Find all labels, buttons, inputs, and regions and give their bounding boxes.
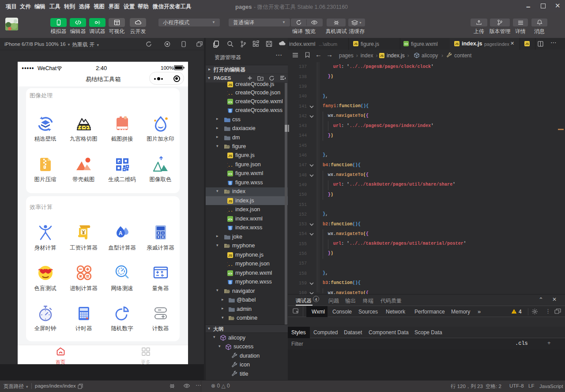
svg-text:<>: <> [404,42,408,45]
svg-text:JS: JS [228,154,232,158]
svg-text:!: ! [513,310,514,314]
svg-text:JS: JS [228,199,232,203]
svg-text:<>: <> [228,100,233,104]
svg-text:{..}: {..} [227,163,234,168]
svg-text:JS: JS [228,254,232,258]
svg-text:{..}: {..} [227,262,234,267]
svg-text:JS: JS [380,54,384,57]
svg-text:<>: <> [228,271,233,275]
svg-text:<>: <> [228,217,233,221]
svg-text:{..}: {..} [227,91,234,96]
svg-text:<>: <> [228,172,233,176]
svg-text:A: A [118,230,122,236]
svg-text:JS: JS [525,42,529,45]
svg-text:JS: JS [455,42,459,45]
svg-text:JS: JS [228,83,232,87]
svg-text:JS: JS [354,42,358,45]
svg-text:{..}: {..} [227,208,234,213]
